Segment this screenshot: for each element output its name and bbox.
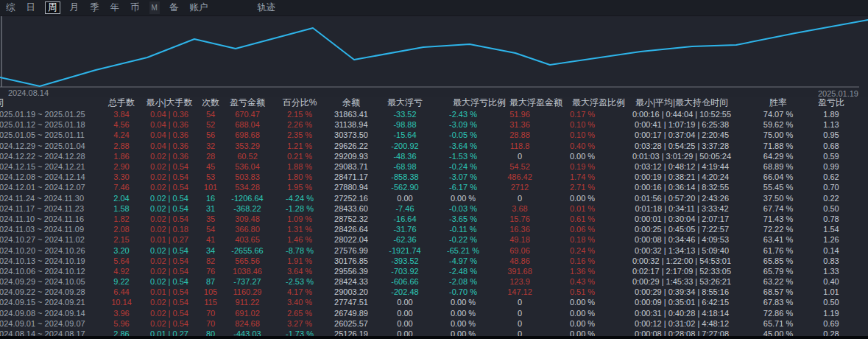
cell-pl_ratio: 0.68 bbox=[810, 141, 853, 150]
cell-max_float_loss: -68.98 bbox=[375, 162, 434, 171]
cell-max_float_loss: -33.52 bbox=[375, 110, 434, 119]
tab-年[interactable]: 年 bbox=[109, 1, 121, 14]
cell-total_lots: 9.22 bbox=[103, 277, 140, 286]
cell-max_float_profit_pct: 0.17 % bbox=[548, 110, 617, 119]
cell-balance: 29083.71 bbox=[327, 162, 375, 171]
cell-win_rate: 37.50 % bbox=[747, 194, 810, 203]
cell-max_float_loss_pct: -1.53 % bbox=[434, 152, 492, 161]
cell-win_rate: 71.88 % bbox=[747, 141, 810, 150]
cell-min_max_lots: 0.02 | 0.54 bbox=[140, 183, 199, 192]
cell-count: 32 bbox=[199, 141, 222, 150]
cell-balance: 28022.04 bbox=[327, 235, 375, 244]
cell-max_float_loss: 0.00 bbox=[375, 194, 434, 203]
cell-max_float_profit: 69.06 bbox=[492, 246, 548, 255]
cell-count: 35 bbox=[199, 214, 222, 223]
table-row[interactable]: 2024.10.13 ~ 2024.10.195.640.02 | 0.5482… bbox=[0, 256, 868, 266]
cell-pl_ratio: 0.70 bbox=[810, 183, 853, 192]
cell-win_rate: 74.07 % bbox=[747, 110, 810, 119]
cell-max_float_loss_pct: -4.97 % bbox=[434, 256, 492, 265]
cell-max_float_loss_pct: -0.22 % bbox=[434, 235, 492, 244]
cell-total_lots: 10.14 bbox=[103, 298, 140, 307]
table-row[interactable]: 2024.10.06 ~ 2024.10.124.920.02 | 0.5476… bbox=[0, 266, 868, 276]
cell-pl_ratio: 0.14 bbox=[810, 246, 853, 255]
tab-综[interactable]: 综 bbox=[4, 1, 17, 14]
cell-min_max_lots: 0.02 | 0.54 bbox=[140, 298, 199, 307]
cell-max_float_loss: -200.92 bbox=[375, 141, 434, 150]
cell-pl_ratio: 1.26 bbox=[810, 235, 853, 244]
cell-pl_ratio: 1.01 bbox=[810, 287, 853, 296]
cell-max_float_profit_pct: 1.74 % bbox=[548, 172, 617, 181]
cell-max_float_loss_pct: 0.00 % bbox=[434, 319, 492, 328]
table-row[interactable]: 2025.01.05 ~ 2025.01.114.240.04 | 0.3656… bbox=[0, 130, 868, 140]
table-row[interactable]: 2024.12.22 ~ 2024.12.281.860.02 | 0.3628… bbox=[0, 151, 868, 161]
table-row[interactable]: 2024.10.27 ~ 2024.11.022.150.01 | 0.2741… bbox=[0, 234, 868, 245]
table-row[interactable]: 2024.10.20 ~ 2024.10.263.200.02 | 0.5434… bbox=[0, 245, 868, 255]
cell-pnl: 565.56 bbox=[222, 256, 272, 265]
cell-win_rate: 65.79 % bbox=[747, 267, 810, 276]
cell-pnl: -737.27 bbox=[222, 277, 272, 286]
tab-周[interactable]: 周 bbox=[45, 1, 60, 14]
cell-pnl: 911.22 bbox=[222, 298, 272, 307]
cell-balance: 29626.22 bbox=[327, 141, 375, 150]
cell-max_float_loss: -48.36 bbox=[375, 152, 434, 161]
cell-pnl_pct: -1.28 % bbox=[272, 204, 327, 213]
cell-total_lots: 3.30 bbox=[103, 172, 140, 181]
cell-max_float_loss_pct: -2.43 % bbox=[434, 110, 492, 119]
column-header: 盈亏比 bbox=[810, 97, 853, 109]
cell-pnl_pct: 2.15 % bbox=[272, 110, 327, 119]
cell-win_rate: 67.83 % bbox=[747, 298, 810, 307]
table-row[interactable]: 2025.01.19 ~ 2025.01.253.840.04 | 0.3654… bbox=[0, 109, 868, 119]
cell-balance: 30176.85 bbox=[327, 256, 375, 265]
cell-total_lots: 3.84 bbox=[103, 110, 140, 119]
table-row[interactable]: 2024.12.01 ~ 2024.12.077.460.02 | 0.5410… bbox=[0, 182, 868, 192]
cell-win_rate: 75.00 % bbox=[747, 130, 810, 139]
table-row[interactable]: 2024.12.08 ~ 2024.12.143.300.02 | 0.5453… bbox=[0, 172, 868, 182]
table-row[interactable]: 2024.11.10 ~ 2024.11.161.820.02 | 0.5435… bbox=[0, 214, 868, 224]
table-row[interactable]: 2024.12.29 ~ 2025.01.042.880.04 | 0.3632… bbox=[0, 141, 868, 151]
table-row[interactable]: 2024.12.15 ~ 2024.12.212.900.02 | 0.5445… bbox=[0, 161, 868, 172]
cell-win_rate: 72.86 % bbox=[747, 309, 810, 318]
cell-min_max_lots: 0.04 | 0.36 bbox=[140, 120, 199, 129]
tab-trajectory[interactable]: 轨迹 bbox=[255, 1, 277, 14]
tab-币[interactable]: 币 bbox=[129, 1, 141, 14]
table-row[interactable]: 2024.11.03 ~ 2024.11.092.080.02 | 0.1854… bbox=[0, 224, 868, 234]
cell-total_lots: 7.46 bbox=[103, 183, 140, 192]
table-row[interactable]: 2025.01.12 ~ 2025.01.184.560.04 | 0.3652… bbox=[0, 119, 868, 130]
period-tabbar: 综日周月季年币M备账户 轨迹 bbox=[0, 0, 868, 16]
cell-pnl_pct: -8.78 % bbox=[272, 246, 327, 255]
cell-period: 2024.11.03 ~ 2024.11.09 bbox=[0, 225, 103, 234]
cell-pnl: 60.52 bbox=[222, 152, 272, 161]
table-row[interactable]: 2024.09.22 ~ 2024.09.286.440.01 | 0.5410… bbox=[0, 287, 868, 297]
table-row[interactable]: 2024.09.08 ~ 2024.09.143.960.02 | 0.5470… bbox=[0, 308, 868, 318]
cell-balance: 26025.57 bbox=[327, 319, 375, 328]
tab-季[interactable]: 季 bbox=[88, 1, 101, 14]
cell-period: 2024.09.15 ~ 2024.09.21 bbox=[0, 298, 103, 307]
table-row[interactable]: 2024.09.01 ~ 2024.09.075.960.02 | 0.5470… bbox=[0, 318, 868, 329]
tab-账户[interactable]: 账户 bbox=[188, 1, 209, 14]
cell-pl_ratio: 0.22 bbox=[810, 194, 853, 203]
table-row[interactable]: 2024.11.24 ~ 2024.11.302.040.02 | 0.5416… bbox=[0, 193, 868, 203]
cell-pnl_pct: 1.31 % bbox=[272, 225, 327, 234]
cell-max_float_loss_pct: -3.09 % bbox=[434, 120, 492, 129]
cell-win_rate: 72.22 % bbox=[747, 225, 810, 234]
tab-M[interactable]: M bbox=[149, 1, 160, 14]
cell-max_float_loss: -606.66 bbox=[375, 277, 434, 286]
tab-日[interactable]: 日 bbox=[25, 1, 38, 14]
table-row[interactable]: 2024.09.15 ~ 2024.09.2110.140.02 | 0.541… bbox=[0, 297, 868, 307]
table-row[interactable]: 2024.09.29 ~ 2024.10.059.220.02 | 0.5487… bbox=[0, 276, 868, 287]
tab-月[interactable]: 月 bbox=[68, 1, 81, 14]
cell-balance: 29556.39 bbox=[327, 267, 375, 276]
cell-pnl_pct: 3.27 % bbox=[272, 319, 327, 328]
cell-hold_time: 0:00:32 | 1:22:00 | 54:53:01 bbox=[617, 256, 747, 265]
cell-max_float_loss_pct: 0.00 % bbox=[434, 298, 492, 307]
tab-备[interactable]: 备 bbox=[168, 1, 180, 14]
cell-period: 2024.11.17 ~ 2024.11.23 bbox=[0, 204, 103, 213]
cell-total_lots: 3.20 bbox=[103, 246, 140, 255]
cell-pnl: -1206.64 bbox=[222, 194, 272, 203]
cell-count: 105 bbox=[199, 287, 222, 296]
cell-balance: 28433.60 bbox=[327, 204, 375, 213]
cell-total_lots: 4.56 bbox=[103, 120, 140, 129]
cell-max_float_profit_pct: 0.40 % bbox=[548, 141, 617, 150]
cell-hold_time: 0:00:41 | 1:07:19 | 6:25:38 bbox=[617, 120, 747, 129]
table-row[interactable]: 2024.11.17 ~ 2024.11.231.580.02 | 0.5431… bbox=[0, 203, 868, 214]
